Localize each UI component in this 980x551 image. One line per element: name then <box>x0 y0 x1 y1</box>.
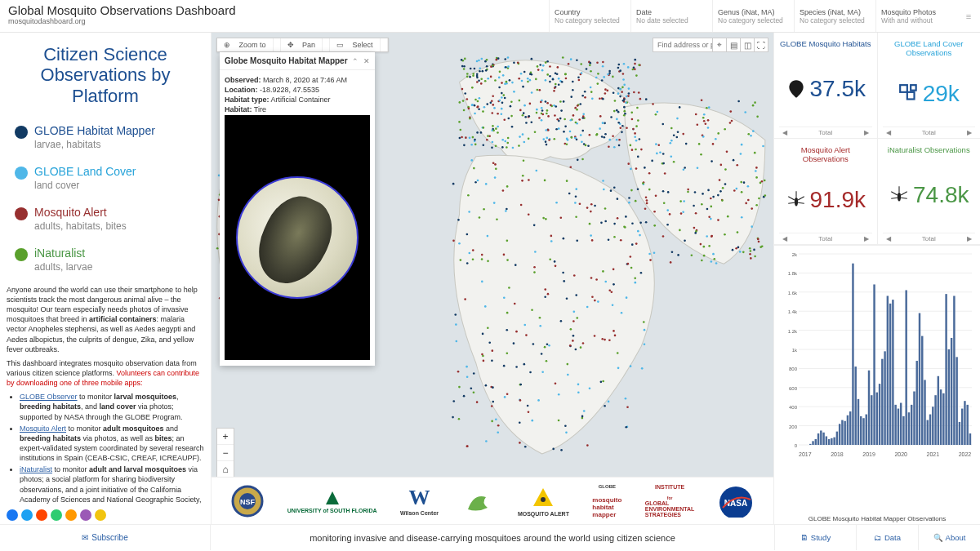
svg-rect-1032 <box>847 415 849 445</box>
kpi3-next[interactable]: ▶ <box>964 235 975 242</box>
svg-point-157 <box>486 103 488 105</box>
svg-point-664 <box>747 199 750 202</box>
kpi1-prev[interactable]: ◀ <box>883 129 894 136</box>
basemap-icon[interactable]: ◫ <box>740 38 755 52</box>
mastodon-icon[interactable] <box>80 509 91 521</box>
kpi0-next[interactable]: ▶ <box>861 129 872 136</box>
svg-point-714 <box>648 172 651 175</box>
locate-icon[interactable]: ⌖ <box>712 38 727 52</box>
kpi0-prev[interactable]: ◀ <box>779 129 791 136</box>
svg-point-807 <box>625 216 627 218</box>
link-inaturalist[interactable]: iNaturalist <box>20 465 52 473</box>
home-button[interactable]: ⌂ <box>217 461 234 478</box>
svg-point-603 <box>515 331 518 333</box>
svg-point-124 <box>634 69 636 71</box>
svg-point-699 <box>719 179 721 181</box>
map-select[interactable]: ▭ Select <box>330 38 388 51</box>
svg-point-674 <box>733 189 736 192</box>
layers-icon[interactable]: ▤ <box>726 38 741 52</box>
svg-point-523 <box>573 311 576 313</box>
svg-point-504 <box>604 405 606 407</box>
kpi2-next[interactable]: ▶ <box>861 235 872 242</box>
svg-point-366 <box>542 138 545 140</box>
filter-genus[interactable]: Genus (iNat, MA)No category selected <box>712 0 794 32</box>
misc-icon[interactable] <box>95 509 106 521</box>
svg-point-272 <box>478 108 480 110</box>
svg-point-618 <box>514 303 516 305</box>
map-zoom-to[interactable]: ⊕ Zoom to <box>217 38 281 51</box>
svg-rect-1067 <box>940 389 942 445</box>
filter-species[interactable]: Species (iNat, MA)No category selected <box>794 0 875 32</box>
svg-point-548 <box>457 219 460 221</box>
svg-point-293 <box>506 146 508 149</box>
svg-point-206 <box>463 109 466 112</box>
svg-point-59 <box>590 91 593 93</box>
kpi1-next[interactable]: ▶ <box>964 129 975 136</box>
study-button[interactable]: 🗎Study <box>774 525 856 550</box>
svg-point-701 <box>715 138 717 140</box>
kpi3-prev[interactable]: ◀ <box>883 235 894 242</box>
svg-point-12 <box>476 81 479 83</box>
svg-point-268 <box>582 115 585 118</box>
expand-icon[interactable]: ⛶ <box>754 38 768 52</box>
filter-photos[interactable]: Mosquito PhotosWith and without <box>875 0 957 32</box>
svg-point-399 <box>564 118 566 121</box>
svg-rect-1041 <box>871 395 872 445</box>
svg-point-148 <box>538 117 541 119</box>
svg-point-579 <box>497 431 499 433</box>
filter-date[interactable]: DateNo date selected <box>630 0 712 32</box>
map-pan[interactable]: ✥ Pan <box>281 38 331 51</box>
svg-point-759 <box>741 216 743 219</box>
svg-rect-1064 <box>932 407 933 445</box>
svg-point-661 <box>669 213 671 216</box>
zoom-out-button[interactable]: − <box>217 445 234 461</box>
svg-point-463 <box>602 180 604 182</box>
popup-collapse-icon[interactable]: ⌃ <box>352 57 359 65</box>
data-button[interactable]: 🗂Data <box>856 525 918 550</box>
zoom-in-button[interactable]: + <box>217 429 234 445</box>
link-mosquito-alert[interactable]: Mosquito Alert <box>20 424 66 433</box>
about-button[interactable]: 🔍About <box>918 525 980 550</box>
svg-point-144 <box>558 127 560 130</box>
svg-point-653 <box>631 149 634 151</box>
subscribe-button[interactable]: ✉Subscribe <box>0 525 211 550</box>
svg-point-225 <box>602 61 604 64</box>
twitter-icon[interactable] <box>21 509 33 521</box>
map-panel[interactable]: ⊕ Zoom to ✥ Pan ▭ Select ⌖ ▤ ◫ ⛶ + − ⌂ 1… <box>211 33 774 524</box>
svg-point-576 <box>506 352 509 354</box>
svg-point-740 <box>670 155 672 158</box>
svg-point-344 <box>461 65 464 68</box>
svg-point-364 <box>542 64 545 67</box>
svg-point-278 <box>466 76 469 78</box>
svg-point-249 <box>553 90 555 92</box>
svg-point-381 <box>498 77 501 79</box>
reddit-icon[interactable] <box>36 509 47 521</box>
rss-icon[interactable] <box>65 509 77 521</box>
share-icon[interactable] <box>51 509 62 521</box>
svg-point-649 <box>502 189 505 192</box>
popup-photo <box>225 115 370 360</box>
svg-point-825 <box>713 258 715 260</box>
svg-point-486 <box>625 398 627 400</box>
svg-point-560 <box>481 254 483 256</box>
popup-close-icon[interactable]: ✕ <box>363 57 370 65</box>
svg-point-720 <box>630 256 632 258</box>
filter-country[interactable]: CountryNo category selected <box>549 0 630 32</box>
svg-point-551 <box>555 202 558 204</box>
svg-point-477 <box>544 346 546 349</box>
svg-point-466 <box>466 375 469 378</box>
svg-point-585 <box>610 189 612 192</box>
svg-point-194 <box>537 69 540 71</box>
svg-point-8 <box>616 109 618 112</box>
svg-point-832 <box>750 135 752 137</box>
svg-point-72 <box>558 78 560 80</box>
link-globe-observer[interactable]: GLOBE Observer <box>20 393 78 401</box>
kpi2-prev[interactable]: ◀ <box>779 235 791 242</box>
svg-point-242 <box>571 136 573 139</box>
facebook-icon[interactable] <box>7 509 18 521</box>
svg-rect-1038 <box>862 418 864 445</box>
bar-chart[interactable]: 2k1.8k1.6k1.4k1.2k1k80060040020002017201… <box>779 249 975 461</box>
svg-point-706 <box>691 254 693 256</box>
svg-text:1.6k: 1.6k <box>788 291 798 295</box>
menu-icon[interactable]: ≡ <box>957 0 980 32</box>
